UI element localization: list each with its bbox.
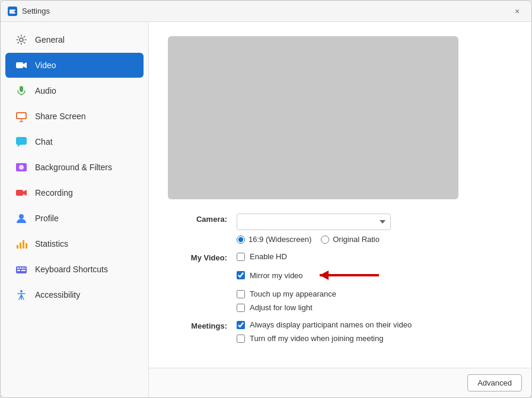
mirror-video-label: Mirror my video	[250, 271, 303, 280]
app-icon	[8, 7, 17, 16]
camera-select[interactable]	[237, 214, 391, 230]
touch-up-checkbox[interactable]	[237, 290, 245, 298]
turn-off-video-label: Turn off my video when joining meeting	[250, 334, 383, 343]
svg-point-13	[19, 165, 24, 170]
enable-hd-option[interactable]: Enable HD	[237, 252, 512, 261]
sidebar-item-accessibility[interactable]: Accessibility	[5, 282, 144, 307]
chat-icon	[15, 135, 28, 148]
low-light-checkbox[interactable]	[237, 304, 245, 312]
touch-up-option[interactable]: Touch up my appearance	[237, 289, 512, 298]
svg-rect-18	[20, 243, 21, 249]
svg-rect-9	[17, 113, 26, 118]
svg-rect-14	[16, 190, 23, 196]
widescreen-label: 16:9 (Widescreen)	[249, 235, 311, 244]
sidebar-item-audio[interactable]: Audio	[5, 78, 144, 103]
enable-hd-checkbox[interactable]	[237, 253, 245, 261]
low-light-option[interactable]: Adjust for low light	[237, 303, 512, 312]
svg-rect-17	[17, 245, 18, 249]
svg-marker-30	[320, 270, 329, 280]
sidebar-label-accessibility: Accessibility	[35, 290, 80, 300]
settings-content: Camera: 16:9 (Widescreen)	[149, 22, 531, 368]
svg-rect-23	[20, 268, 21, 269]
meetings-row: Meetings: Always display participant nam…	[168, 320, 512, 343]
sidebar-label-video: Video	[35, 61, 56, 70]
sidebar-item-background-filters[interactable]: Background & Filters	[5, 155, 144, 180]
advanced-button[interactable]: Advanced	[467, 374, 522, 391]
close-button[interactable]: ×	[510, 4, 524, 18]
my-video-controls: Enable HD Mirror my video	[237, 252, 512, 312]
original-ratio-option[interactable]: Original Ratio	[321, 235, 380, 244]
window-title: Settings	[22, 7, 510, 15]
gear-icon	[15, 33, 28, 46]
mirror-video-checkbox[interactable]	[237, 271, 245, 279]
sidebar: General Video	[1, 22, 149, 397]
red-arrow-annotation	[308, 266, 385, 285]
sidebar-item-general[interactable]: General	[5, 27, 144, 52]
sidebar-label-share-screen: Share Screen	[35, 112, 86, 121]
sidebar-item-video[interactable]: Video	[5, 53, 144, 78]
camera-row: Camera: 16:9 (Widescreen)	[168, 214, 512, 244]
svg-rect-19	[23, 240, 24, 249]
enable-hd-label: Enable HD	[250, 252, 287, 261]
svg-rect-25	[24, 268, 26, 269]
svg-point-28	[20, 290, 23, 292]
svg-marker-5	[23, 62, 27, 68]
sidebar-label-keyboard-shortcuts: Keyboard Shortcuts	[35, 265, 108, 274]
audio-icon	[15, 84, 28, 97]
svg-point-3	[20, 38, 23, 42]
sidebar-label-audio: Audio	[35, 86, 56, 95]
svg-rect-26	[17, 270, 20, 271]
sidebar-item-share-screen[interactable]: Share Screen	[5, 104, 144, 129]
titlebar: Settings ×	[1, 1, 531, 22]
svg-rect-6	[20, 86, 23, 92]
main-panel: Camera: 16:9 (Widescreen)	[149, 22, 531, 397]
video-icon	[15, 59, 28, 72]
sidebar-item-chat[interactable]: Chat	[5, 129, 144, 154]
sidebar-label-statistics: Statistics	[35, 239, 68, 249]
statistics-icon	[15, 237, 28, 250]
turn-off-video-checkbox[interactable]	[237, 335, 245, 343]
svg-marker-11	[18, 145, 20, 147]
sidebar-item-keyboard-shortcuts[interactable]: Keyboard Shortcuts	[5, 257, 144, 282]
aspect-ratio-group: 16:9 (Widescreen) Original Ratio	[237, 235, 512, 244]
background-icon	[15, 161, 28, 174]
meetings-label: Meetings:	[168, 320, 227, 330]
meetings-controls: Always display participant names on thei…	[237, 320, 512, 343]
sidebar-item-statistics[interactable]: Statistics	[5, 231, 144, 256]
mirror-video-option[interactable]: Mirror my video	[237, 271, 303, 280]
my-video-row: My Video: Enable HD Mirror my video	[168, 252, 512, 312]
svg-rect-20	[26, 243, 27, 249]
original-ratio-radio[interactable]	[321, 235, 329, 244]
settings-window: Settings × General	[0, 0, 532, 398]
svg-rect-27	[21, 270, 26, 271]
bottom-bar: Advanced	[149, 368, 531, 397]
turn-off-video-option[interactable]: Turn off my video when joining meeting	[237, 334, 512, 343]
svg-marker-15	[23, 190, 27, 196]
sidebar-item-recording[interactable]: Recording	[5, 180, 144, 205]
recording-icon	[15, 186, 28, 199]
sidebar-label-background-filters: Background & Filters	[35, 163, 112, 172]
widescreen-option[interactable]: 16:9 (Widescreen)	[237, 235, 311, 244]
camera-preview	[168, 36, 458, 199]
my-video-label: My Video:	[168, 252, 227, 262]
mirror-video-row: Mirror my video	[237, 266, 512, 285]
keyboard-icon	[15, 263, 28, 276]
camera-select-row	[237, 214, 512, 230]
sidebar-label-profile: Profile	[35, 214, 59, 223]
share-screen-icon	[15, 110, 28, 123]
profile-icon	[15, 212, 28, 225]
display-names-checkbox[interactable]	[237, 321, 245, 329]
sidebar-item-profile[interactable]: Profile	[5, 206, 144, 231]
svg-rect-24	[22, 268, 24, 269]
svg-rect-22	[17, 268, 19, 269]
original-ratio-label: Original Ratio	[333, 235, 380, 244]
widescreen-radio[interactable]	[237, 235, 245, 244]
sidebar-label-general: General	[35, 35, 65, 44]
svg-rect-4	[16, 62, 23, 68]
low-light-label: Adjust for low light	[250, 303, 313, 312]
display-names-option[interactable]: Always display participant names on thei…	[237, 320, 512, 329]
camera-controls: 16:9 (Widescreen) Original Ratio	[237, 214, 512, 244]
sidebar-label-chat: Chat	[35, 137, 53, 147]
svg-point-16	[19, 214, 24, 219]
display-names-label: Always display participant names on thei…	[250, 320, 412, 329]
